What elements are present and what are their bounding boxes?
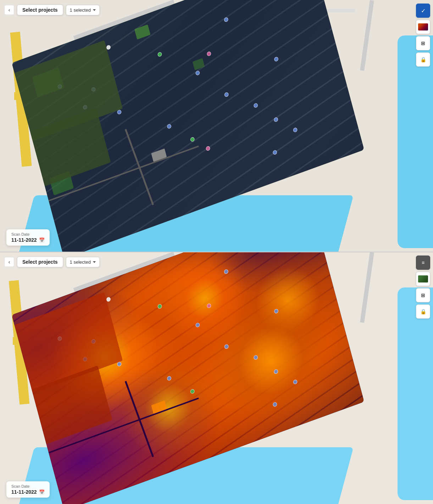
header-bar-top: ‹ Select projects 1 selected [0, 0, 433, 20]
river-side-bottom [398, 287, 433, 500]
bottom-panel: 55 ‹ [0, 252, 433, 504]
lock-button-bottom[interactable]: 🔒 [416, 304, 430, 319]
chevron-down-icon-top [93, 9, 96, 11]
back-button-bottom[interactable]: ‹ [4, 257, 14, 267]
scan-date-value-bottom: 11-11-2022 📅 [11, 489, 45, 495]
select-projects-button-top[interactable]: Select projects [17, 5, 63, 15]
top-panel: 55 [0, 0, 433, 252]
gallery-button-bottom[interactable]: ⊞ [416, 288, 430, 302]
layer-toggle-button-top[interactable]: ✓ [416, 4, 430, 18]
gallery-icon-bottom: ⊞ [421, 292, 425, 298]
header-bar-bottom: ‹ Select projects 1 selected [0, 252, 433, 272]
menu-icon-bottom: ≡ [422, 260, 424, 265]
river-side-top [398, 35, 433, 248]
gallery-icon-top: ⊞ [421, 40, 425, 46]
lock-icon-bottom: 🔒 [420, 309, 426, 314]
chevron-down-icon-bottom [93, 261, 96, 263]
lock-button-top[interactable]: 🔒 [416, 52, 430, 67]
scan-date-label-top: Scan Date [11, 232, 45, 236]
right-toolbar-bottom: ≡ ⊞ 🔒 [416, 256, 430, 319]
scan-date-value-top: 11-11-2022 📅 [11, 237, 45, 243]
back-button-top[interactable]: ‹ [4, 5, 14, 15]
thumbnail-button-top[interactable] [416, 20, 430, 34]
calendar-icon-top[interactable]: 📅 [39, 237, 45, 243]
thumbnail-preview-top [418, 23, 428, 30]
gallery-button-top[interactable]: ⊞ [416, 36, 430, 50]
selected-count-badge-bottom[interactable]: 1 selected [66, 257, 100, 267]
selected-count-badge-top[interactable]: 1 selected [66, 5, 100, 15]
panel-divider [0, 252, 433, 252]
scan-date-label-bottom: Scan Date [11, 484, 45, 488]
checkmark-icon-top: ✓ [421, 7, 426, 14]
right-toolbar-top: ✓ ⊞ 🔒 [416, 4, 430, 67]
scan-date-box-top: Scan Date 11-11-2022 📅 [6, 229, 50, 246]
scan-date-box-bottom: Scan Date 11-11-2022 📅 [6, 481, 50, 498]
lock-icon-top: 🔒 [420, 57, 426, 62]
thumbnail-preview-bottom [418, 275, 428, 282]
thumbnail-button-bottom[interactable] [416, 272, 430, 286]
select-projects-button-bottom[interactable]: Select projects [17, 257, 63, 267]
layer-toggle-button-bottom[interactable]: ≡ [416, 256, 430, 270]
calendar-icon-bottom[interactable]: 📅 [39, 489, 45, 495]
